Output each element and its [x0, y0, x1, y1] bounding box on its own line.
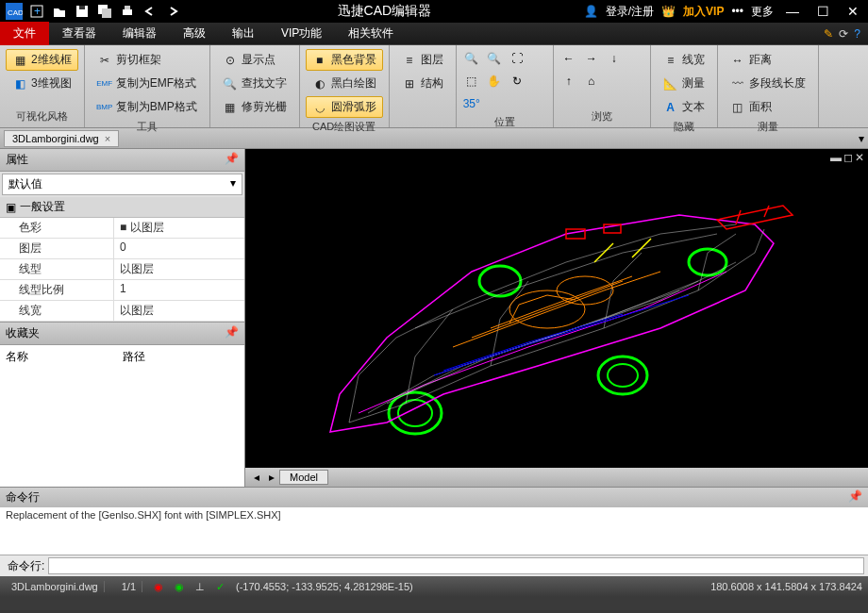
btn-2d-wireframe[interactable]: ▦2维线框 — [6, 49, 78, 71]
open-icon[interactable] — [49, 1, 70, 22]
btn-structure[interactable]: ⊞结构 — [395, 73, 450, 94]
prop-row[interactable]: 线型以图层 — [0, 259, 244, 280]
btn-smooth-arc[interactable]: ◡圆滑弧形 — [306, 96, 383, 118]
nav-home-icon[interactable]: ⌂ — [582, 72, 601, 91]
btn-3d-view[interactable]: ◧3维视图 — [6, 73, 78, 94]
props-section-general[interactable]: ▣一般设置 — [0, 197, 244, 218]
favorites-columns: 名称 路径 — [0, 345, 244, 369]
btn-trim-raster[interactable]: ▦修剪光栅 — [216, 96, 293, 118]
drawing-canvas[interactable]: ▬ ◻ ✕ — [245, 149, 868, 468]
ribbon-group-browse: ← → ↓ ↑ ⌂ 浏览 — [554, 45, 651, 127]
status-grid-icon[interactable]: ✓ — [216, 581, 225, 593]
btn-show-point[interactable]: ⊙显示点 — [216, 49, 293, 71]
layer-icon: ≡ — [402, 53, 417, 68]
save-icon[interactable] — [72, 1, 92, 22]
tab-output[interactable]: 输出 — [219, 22, 268, 45]
tab-next-icon[interactable]: ▸ — [264, 471, 279, 484]
btn-clip-frame[interactable]: ✂剪切框架 — [91, 49, 204, 71]
distance-icon: ↔ — [730, 53, 745, 68]
btn-copy-emf[interactable]: EMF复制为EMF格式 — [91, 73, 204, 94]
btn-layer[interactable]: ≡图层 — [395, 49, 450, 71]
tab-dropdown-icon[interactable]: ▾ — [859, 132, 864, 145]
btn-copy-bmp[interactable]: BMP复制为BMP格式 — [91, 96, 204, 118]
ribbon-group-layers: ≡图层 ⊞结构 — [390, 45, 457, 127]
tab-viewer[interactable]: 查看器 — [49, 22, 109, 45]
new-icon[interactable]: + — [26, 1, 47, 22]
nav-right-icon[interactable]: → — [582, 49, 601, 68]
zoom-out-icon[interactable]: 🔍 — [485, 49, 504, 68]
canvas-min-icon[interactable]: ▬ — [830, 151, 842, 164]
saveall-icon[interactable] — [94, 1, 115, 22]
statusbar: 3DLamborgini.dwg 1/1 ◉ ◉ ⊥ ✓ (-170.4553;… — [0, 576, 868, 597]
zoom-window-icon[interactable]: ⬚ — [462, 72, 481, 91]
btn-distance[interactable]: ↔距离 — [724, 49, 812, 71]
btn-area[interactable]: ◫面积 — [724, 96, 812, 118]
pan-icon[interactable]: ✋ — [485, 72, 504, 91]
prop-row[interactable]: 线型比例1 — [0, 280, 244, 301]
canvas-max-icon[interactable]: ◻ — [843, 151, 853, 164]
pencil-icon[interactable]: ✎ — [824, 27, 833, 41]
login-link[interactable]: 登录/注册 — [606, 4, 654, 20]
default-dropdown[interactable]: 默认值▾ — [2, 174, 242, 195]
redo-icon[interactable] — [162, 1, 183, 22]
group-label: 可视化风格 — [6, 108, 78, 124]
nav-down-icon[interactable]: ↓ — [605, 49, 624, 68]
maximize-button[interactable]: ☐ — [811, 1, 834, 22]
status-icon-2[interactable]: ◉ — [175, 581, 184, 593]
ribbon-group-measure: ↔距离 〰多段线长度 ◫面积 测量 — [718, 45, 819, 127]
btn-linewidth[interactable]: ≡线宽 — [657, 49, 711, 71]
doc-tab[interactable]: 3DLamborgini.dwg × — [4, 130, 119, 147]
undo-icon[interactable] — [140, 1, 160, 22]
rotate-icon[interactable]: ↻ — [508, 72, 526, 91]
canvas-close-icon[interactable]: ✕ — [855, 151, 864, 164]
tab-editor[interactable]: 编辑器 — [109, 22, 170, 45]
btn-polyline-len[interactable]: 〰多段线长度 — [724, 73, 812, 94]
tab-prev-icon[interactable]: ◂ — [249, 471, 264, 484]
pin-icon[interactable]: 📌 — [848, 489, 862, 505]
group-label — [216, 118, 293, 131]
vip-link[interactable]: 加入VIP — [683, 4, 724, 20]
status-snap-icon[interactable]: ⊥ — [195, 581, 205, 593]
angle-icon[interactable]: 35° — [462, 94, 481, 113]
cmd-input-row: 命令行: — [0, 555, 868, 576]
tab-vip[interactable]: VIP功能 — [268, 22, 335, 45]
pin-icon[interactable]: 📌 — [225, 325, 239, 341]
properties-panel: 属性 📌 默认值▾ ▣一般设置 色彩■ 以图层 图层0 线型以图层 线型比例1 … — [0, 149, 245, 487]
group-label: 测量 — [724, 118, 812, 134]
prop-row[interactable]: 图层0 — [0, 239, 244, 259]
tab-advanced[interactable]: 高级 — [170, 22, 219, 45]
btn-bw-draw[interactable]: ◐黑白绘图 — [306, 73, 383, 94]
zoom-in-icon[interactable]: 🔍 — [462, 49, 481, 68]
zoom-fit-icon[interactable]: ⛶ — [508, 49, 526, 68]
close-tab-icon[interactable]: × — [105, 133, 110, 144]
close-button[interactable]: ✕ — [842, 1, 864, 22]
command-panel: 命令行 📌 Replacement of the [Genlso.SHX] fo… — [0, 487, 868, 576]
collapse-icon: ▣ — [6, 201, 16, 214]
status-icon-1[interactable]: ◉ — [154, 581, 163, 593]
nav-left-icon[interactable]: ← — [559, 49, 578, 68]
print-icon[interactable] — [117, 1, 138, 22]
pin-icon[interactable]: 📌 — [225, 152, 239, 168]
btn-black-bg[interactable]: ■黑色背景 — [306, 49, 383, 71]
refresh-icon[interactable]: ⟳ — [839, 27, 848, 41]
fav-col-path: 路径 — [123, 349, 240, 365]
status-page: 1/1 — [116, 581, 142, 592]
help-icon[interactable]: ? — [854, 27, 860, 41]
tab-related[interactable]: 相关软件 — [335, 22, 407, 45]
minimize-button[interactable]: — — [781, 1, 804, 22]
arc-icon: ◡ — [312, 100, 327, 115]
model-tab[interactable]: Model — [279, 470, 328, 485]
prop-row[interactable]: 线宽以图层 — [0, 301, 244, 322]
btn-find-text[interactable]: 🔍查找文字 — [216, 73, 293, 94]
prop-row[interactable]: 色彩■ 以图层 — [0, 218, 244, 239]
btn-text[interactable]: A文本 — [657, 96, 711, 118]
tab-file[interactable]: 文件 — [0, 22, 49, 45]
canvas-window-controls: ▬ ◻ ✕ — [830, 151, 864, 164]
more-link[interactable]: 更多 — [751, 4, 774, 20]
raster-icon: ▦ — [223, 100, 238, 115]
cmd-input[interactable] — [48, 557, 864, 574]
btn-measure[interactable]: 📐测量 — [657, 73, 711, 94]
emf-icon: EMF — [97, 76, 112, 91]
nav-up-icon[interactable]: ↑ — [559, 72, 578, 91]
cube-3d-icon: ◧ — [12, 76, 27, 91]
